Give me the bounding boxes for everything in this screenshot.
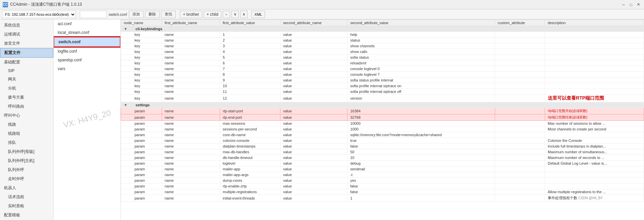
first-attr-val-cell: 3: [223, 44, 225, 48]
table-row[interactable]: keyname3valueshow channels: [121, 43, 644, 49]
maximize-button[interactable]: □: [628, 2, 634, 8]
table-row[interactable]: paramnamertp-start-portvalue16384rtp端口范围…: [121, 108, 644, 114]
minus-button[interactable]: −: [223, 11, 230, 18]
sidebar-item-gateway[interactable]: 网关: [0, 75, 53, 84]
first-attr-val-cell: db-handle-timeout: [223, 156, 253, 160]
file-item-logfile[interactable]: logfile.conf: [54, 47, 120, 56]
table-row[interactable]: keyname7valueconsole loglevel 0: [121, 66, 644, 72]
sidebar-item-line[interactable]: 线路: [0, 120, 53, 129]
second-attr-name-cell: value: [283, 167, 292, 171]
col-second-attr-name: second_attribute_name: [280, 20, 347, 26]
sidebar-item-sysinfo[interactable]: 系统信息: [0, 21, 53, 30]
table-row[interactable]: paramnamesessions-per-secondvalue1000Mos…: [121, 126, 644, 132]
second-attr-name-cell: value: [283, 184, 292, 188]
section-row-0[interactable]: ▼ cli-keybindings: [121, 26, 644, 32]
table-row[interactable]: keyname6valuereloadxml: [121, 60, 644, 66]
file-item-vars[interactable]: vars: [54, 64, 120, 73]
table-row[interactable]: paramnamemailer-app-argsvalue-t: [121, 172, 644, 178]
table-row[interactable]: paramnamemultiple-registrationsvaluefals…: [121, 189, 644, 195]
xml-button[interactable]: XML: [252, 11, 265, 18]
first-attr-name-cell: name: [165, 61, 174, 65]
node-name-cell: key: [124, 78, 140, 82]
file-item-acl[interactable]: acl.conf: [54, 19, 120, 28]
table-row[interactable]: keyname2valuestatus: [121, 38, 644, 43]
file-item-local-stream[interactable]: local_stream.conf: [54, 28, 120, 37]
close-button[interactable]: ✕: [635, 2, 641, 8]
sidebar-item-robot[interactable]: 机器人: [0, 183, 53, 192]
table-row[interactable]: keyname9valuesofia status profile intern…: [121, 77, 644, 83]
search-button[interactable]: 查找: [161, 11, 176, 18]
section-row-1[interactable]: ▼ settings: [121, 102, 644, 108]
sidebar-item-queuecall-parent[interactable]: 队列外呼[母版]: [0, 147, 53, 156]
table-row[interactable]: keyname1valuehelp: [121, 32, 644, 38]
file-item-switch[interactable]: switch.conf: [54, 37, 120, 47]
sidebar-item-timecall[interactable]: 走时外呼: [0, 174, 53, 183]
titlebar-controls[interactable]: ─ □ ✕: [621, 2, 641, 8]
minimize-button[interactable]: ─: [621, 2, 627, 8]
up-button[interactable]: ∧: [240, 11, 248, 18]
first-attr-name-cell: name: [165, 196, 174, 200]
second-attr-name-cell: value: [283, 72, 292, 76]
table-row[interactable]: paramnamemax-sessionsvalue10000Max numbe…: [121, 121, 644, 126]
sidebar-item-callroute[interactable]: 呼叫路由: [0, 102, 53, 111]
child-button[interactable]: + child: [204, 11, 221, 18]
brother-button[interactable]: + brother: [180, 11, 202, 18]
node-name-cell: param: [124, 109, 145, 113]
table-row[interactable]: paramnamedialplan-timestampsvaluefalseIn…: [121, 144, 644, 149]
sidebar-item-ext[interactable]: 分机: [0, 84, 53, 93]
sidebar-item-sip[interactable]: SIP: [0, 67, 53, 75]
second-attr-name-cell: value: [283, 133, 292, 137]
table-row[interactable]: keyname4valueshow calls: [121, 49, 644, 55]
delete-button[interactable]: 删除: [145, 11, 160, 18]
second-attr-val-cell: 1: [350, 196, 352, 200]
sidebar-item-dialplan[interactable]: 拨号方案: [0, 93, 53, 102]
sidebar-item-audio[interactable]: 放音文件: [0, 39, 53, 48]
second-attr-val-cell: 10: [350, 156, 354, 160]
second-attr-val-cell: false: [350, 144, 358, 148]
table-row[interactable]: paramnamedb-handle-timeoutvalue10Maximum…: [121, 155, 644, 161]
file-item-spandsp[interactable]: spandsp.conf: [54, 56, 120, 64]
sidebar-item-template[interactable]: 配置模板: [0, 211, 53, 220]
sidebar-item-queuecall[interactable]: 队列外呼: [0, 165, 53, 174]
table-row[interactable]: keyname10valuesofia profile internal sip…: [121, 83, 644, 89]
col-second-attr-val: second_attribute_value: [347, 20, 495, 26]
col-first-attr-name: first_attribute_name: [162, 20, 220, 26]
first-attr-name-cell: name: [165, 173, 174, 177]
table-row[interactable]: paramnamecore-db-namevaluesqlite://memor…: [121, 132, 644, 138]
node-name-cell: key: [124, 33, 140, 37]
col-first-attr-val: first_attribute_value: [220, 20, 280, 26]
file-search-input[interactable]: [80, 11, 107, 18]
down-button[interactable]: ∨: [231, 11, 239, 18]
table-row[interactable]: paramnamertp-end-portvalue32768rtp端口范围结束…: [121, 114, 644, 121]
first-attr-name-cell: name: [165, 84, 174, 88]
collapse-icon[interactable]: ▼: [124, 103, 128, 107]
add-button[interactable]: 添加: [129, 11, 144, 18]
table-row[interactable]: keyname11valuesofia profile internal sip…: [121, 89, 644, 95]
table-row[interactable]: keyname8valueconsole loglevel 7: [121, 72, 644, 77]
fs-server-select[interactable]: FS: 192.168.7.157-hcss-ecs-bb0c(test): [2, 11, 76, 18]
table-row[interactable]: paramnameinitial-event-threadsvalue1事件处理…: [121, 195, 644, 202]
node-name-cell: key: [124, 84, 140, 88]
table-row[interactable]: paramnamedump-coresvalueyes: [121, 178, 644, 183]
first-attr-val-cell: sessions-per-second: [223, 127, 257, 131]
table-row[interactable]: paramnameloglevelvaluedebugDefault Globa…: [121, 161, 644, 166]
sidebar-item-linegroup[interactable]: 线路组: [0, 129, 53, 138]
table-row[interactable]: paramnamemax-db-handlesvalue50Maximum nu…: [121, 149, 644, 155]
table-row[interactable]: paramnamecolorize-consolevaluetrueColori…: [121, 138, 644, 144]
first-attr-name-cell: name: [165, 90, 174, 94]
node-name-cell: param: [124, 150, 145, 154]
sidebar-item-realtime[interactable]: 实时质检: [0, 202, 53, 211]
sidebar-item-queuecall-host[interactable]: 队列外呼[主机]: [0, 156, 53, 165]
second-attr-name-cell: value: [283, 38, 292, 42]
table-row[interactable]: paramnamemailer-appvaluesendmail: [121, 166, 644, 172]
sidebar-item-queue[interactable]: 排队: [0, 138, 53, 147]
table-row[interactable]: keyname5valuesofia status: [121, 55, 644, 60]
sidebar-item-ops[interactable]: 运维调试: [0, 30, 53, 39]
table-row[interactable]: paramnamertp-enable-zrtpvaluefalse: [121, 183, 644, 189]
table-row[interactable]: keyname12valueversion这里可以查看RTP端口范围: [121, 95, 644, 102]
sidebar-item-basic[interactable]: 基础配置: [0, 58, 53, 67]
collapse-icon[interactable]: ▼: [124, 27, 128, 31]
sidebar-item-dialog[interactable]: 话术流程: [0, 192, 53, 202]
sidebar-item-callcenter[interactable]: 呼叫中心: [0, 111, 53, 120]
sidebar-item-config[interactable]: 配置文件: [0, 48, 53, 58]
